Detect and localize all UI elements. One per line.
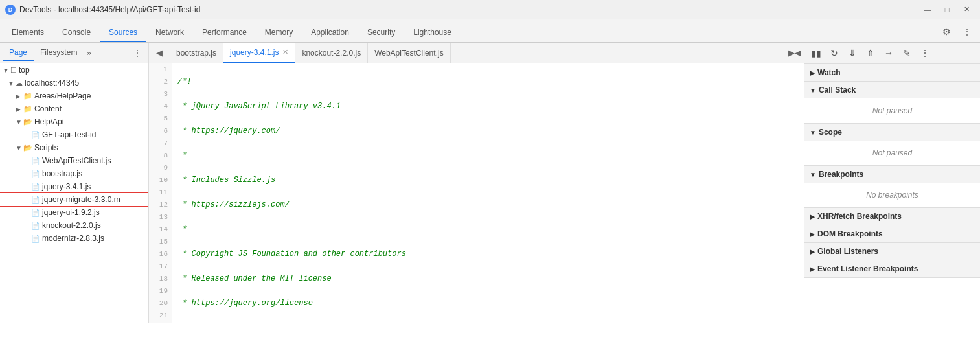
maximize-button[interactable]: □ bbox=[939, 3, 955, 16]
breakpoints-header[interactable]: ▼ Breakpoints bbox=[804, 166, 980, 183]
step-over-button[interactable]: ↻ bbox=[826, 45, 842, 61]
settings-button[interactable]: ⚙ bbox=[939, 24, 954, 40]
callstack-content: Not paused bbox=[804, 98, 980, 123]
step-into-button[interactable]: ⇓ bbox=[845, 45, 860, 61]
tree-label-webapitestclient: WebApiTestClient.js bbox=[42, 156, 111, 165]
xhr-breakpoints-section: ▶ XHR/fetch Breakpoints bbox=[804, 208, 980, 225]
tree-item-scripts[interactable]: ▼ 📂 Scripts bbox=[0, 141, 148, 154]
event-listener-breakpoints-section: ▶ Event Listener Breakpoints bbox=[804, 260, 980, 278]
file-icon-get-api: 📄 bbox=[31, 131, 40, 139]
checkbox-icon: ☐ bbox=[10, 66, 17, 75]
breakpoints-arrow-icon: ▼ bbox=[810, 171, 816, 178]
tab-performance[interactable]: Performance bbox=[193, 24, 256, 42]
dom-breakpoints-label: DOM Breakpoints bbox=[817, 229, 883, 238]
window-controls: — □ ✕ bbox=[919, 3, 975, 16]
tree-arrow-content: ▶ bbox=[16, 106, 22, 113]
expand-panel-button[interactable]: ▶◀ bbox=[786, 44, 804, 62]
deactivate-breakpoints-button[interactable]: ✎ bbox=[899, 45, 915, 61]
tab-network[interactable]: Network bbox=[146, 24, 193, 42]
file-tab-bootstrap[interactable]: bootstrap.js bbox=[170, 43, 223, 63]
callstack-arrow-icon: ▼ bbox=[810, 87, 816, 94]
file-icon-jquery-migrate: 📄 bbox=[31, 196, 40, 204]
file-icon-modernizr: 📄 bbox=[31, 235, 40, 243]
tree-item-bootstrap[interactable]: ▶ 📄 bootstrap.js bbox=[0, 167, 148, 180]
file-icon-knockout: 📄 bbox=[31, 222, 40, 230]
more-debug-options-button[interactable]: ⋮ bbox=[917, 45, 933, 61]
sidebar-menu-icon[interactable]: ⋮ bbox=[129, 47, 146, 60]
callstack-section: ▼ Call Stack Not paused bbox=[804, 82, 980, 124]
file-icon-jquery341: 📄 bbox=[31, 183, 40, 191]
breakpoints-label: Breakpoints bbox=[819, 170, 863, 179]
sub-tab-page[interactable]: Page bbox=[3, 45, 34, 61]
folder-icon-scripts: 📂 bbox=[23, 144, 32, 152]
debug-toolbar: ▮▮ ↻ ⇓ ⇑ → ✎ ⋮ bbox=[804, 43, 980, 64]
step-out-button[interactable]: ⇑ bbox=[863, 45, 878, 61]
file-tab-knockout[interactable]: knockout-2.2.0.js bbox=[295, 43, 368, 63]
folder-icon-helpapi: 📂 bbox=[23, 118, 32, 126]
dom-arrow-icon: ▶ bbox=[810, 231, 815, 238]
more-options-button[interactable]: ⋮ bbox=[959, 24, 975, 40]
scope-section: ▼ Scope Not paused bbox=[804, 124, 980, 166]
back-navigation-button[interactable]: ◀ bbox=[150, 44, 168, 62]
event-listener-breakpoints-header[interactable]: ▶ Event Listener Breakpoints bbox=[804, 260, 980, 277]
sub-tab-bar: Page Filesystem » ⋮ bbox=[0, 43, 148, 63]
scope-content: Not paused bbox=[804, 141, 980, 165]
tree-item-jquery-ui[interactable]: ▶ 📄 jquery-ui-1.9.2.js bbox=[0, 206, 148, 219]
folder-icon-content: 📁 bbox=[23, 105, 32, 113]
watch-header[interactable]: ▶ Watch bbox=[804, 64, 980, 81]
file-tab-label-jquery341: jquery-3.4.1.js bbox=[230, 48, 279, 57]
tree-arrow-areas: ▶ bbox=[16, 93, 22, 100]
tree-arrow-scripts: ▼ bbox=[16, 144, 22, 152]
tree-label-get-api: GET-api-Test-id bbox=[42, 130, 96, 139]
dom-breakpoints-section: ▶ DOM Breakpoints bbox=[804, 225, 980, 243]
tree-item-jquery-migrate[interactable]: ▶ 📄 jquery-migrate-3.3.0.m bbox=[0, 193, 148, 206]
tree-item-jquery341[interactable]: ▶ 📄 jquery-3.4.1.js bbox=[0, 180, 148, 193]
pause-button[interactable]: ▮▮ bbox=[808, 45, 824, 61]
watch-label: Watch bbox=[817, 68, 841, 77]
tab-console[interactable]: Console bbox=[53, 24, 100, 42]
tree-item-helpapi[interactable]: ▼ 📂 Help/Api bbox=[0, 115, 148, 128]
tab-lighthouse[interactable]: Lighthouse bbox=[404, 24, 461, 42]
tab-sources[interactable]: Sources bbox=[100, 24, 146, 42]
scope-label: Scope bbox=[819, 128, 842, 137]
tree-item-top[interactable]: ▼ ☐ top bbox=[0, 63, 148, 76]
minimize-button[interactable]: — bbox=[919, 3, 936, 16]
file-tab-label-knockout: knockout-2.2.0.js bbox=[302, 49, 361, 58]
code-panel: ◀ bootstrap.js jquery-3.4.1.js ✕ knockou… bbox=[149, 43, 804, 323]
step-button[interactable]: → bbox=[881, 45, 896, 61]
breakpoints-section: ▼ Breakpoints No breakpoints bbox=[804, 166, 980, 208]
close-button[interactable]: ✕ bbox=[958, 3, 975, 16]
tab-application[interactable]: Application bbox=[302, 24, 358, 42]
code-editor[interactable]: 12345 678910 1112131415 1617181920 21222… bbox=[149, 63, 804, 323]
tree-label-localhost: localhost:44345 bbox=[25, 78, 79, 87]
tab-memory[interactable]: Memory bbox=[256, 24, 302, 42]
scope-arrow-icon: ▼ bbox=[810, 129, 816, 136]
dom-breakpoints-header[interactable]: ▶ DOM Breakpoints bbox=[804, 225, 980, 242]
file-tab-webapitestclient[interactable]: WebApiTestClient.js bbox=[368, 43, 451, 63]
tab-expand-area: ▶◀ bbox=[786, 44, 804, 62]
scope-header[interactable]: ▼ Scope bbox=[804, 124, 980, 141]
tree-item-webapitestclient[interactable]: ▶ 📄 WebApiTestClient.js bbox=[0, 154, 148, 167]
tree-item-localhost[interactable]: ▼ ☁ localhost:44345 bbox=[0, 76, 148, 89]
sub-tab-filesystem[interactable]: Filesystem bbox=[34, 45, 84, 61]
tab-elements[interactable]: Elements bbox=[3, 24, 53, 42]
tree-label-knockout: knockout-2.2.0.js bbox=[42, 221, 101, 230]
tree-arrow-localhost: ▼ bbox=[8, 80, 14, 87]
tree-arrow-helpapi: ▼ bbox=[16, 119, 22, 126]
callstack-header[interactable]: ▼ Call Stack bbox=[804, 82, 980, 98]
tree-item-modernizr[interactable]: ▶ 📄 modernizr-2.8.3.js bbox=[0, 232, 148, 245]
event-listener-arrow-icon: ▶ bbox=[810, 266, 815, 273]
sub-tab-more[interactable]: » bbox=[84, 47, 93, 59]
global-listeners-header[interactable]: ▶ Global Listeners bbox=[804, 243, 980, 260]
file-tab-jquery341[interactable]: jquery-3.4.1.js ✕ bbox=[223, 43, 295, 63]
close-tab-jquery341[interactable]: ✕ bbox=[282, 48, 288, 56]
xhr-breakpoints-header[interactable]: ▶ XHR/fetch Breakpoints bbox=[804, 208, 980, 225]
breakpoints-status: No breakpoints bbox=[866, 190, 918, 200]
tree-item-content[interactable]: ▶ 📁 Content bbox=[0, 102, 148, 115]
tree-item-areas[interactable]: ▶ 📁 Areas/HelpPage bbox=[0, 89, 148, 102]
tab-security[interactable]: Security bbox=[358, 24, 404, 42]
code-content: /*! * jQuery JavaScript Library v3.4.1 *… bbox=[172, 63, 804, 323]
tree-item-knockout[interactable]: ▶ 📄 knockout-2.2.0.js bbox=[0, 219, 148, 232]
tree-item-get-api[interactable]: ▶ 📄 GET-api-Test-id bbox=[0, 128, 148, 141]
scope-status: Not paused bbox=[872, 148, 912, 157]
